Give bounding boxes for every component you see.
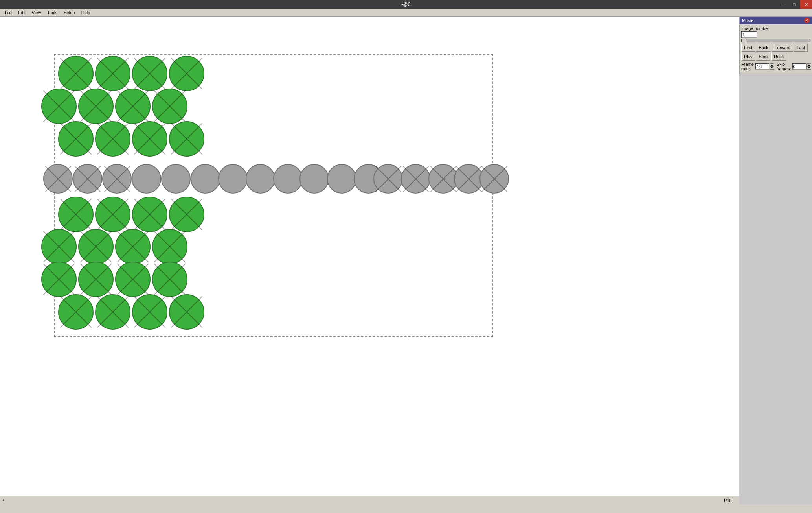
app-title: -@0 bbox=[402, 2, 411, 7]
gray-circle bbox=[299, 164, 329, 194]
gray-circle bbox=[191, 164, 220, 194]
menu-file[interactable]: File bbox=[2, 9, 15, 16]
minimize-button[interactable]: — bbox=[777, 0, 788, 9]
play-button[interactable]: Play bbox=[741, 53, 755, 61]
gray-circle bbox=[273, 164, 303, 194]
gray-circle bbox=[43, 164, 73, 194]
menu-tools[interactable]: Tools bbox=[44, 9, 61, 16]
green-circle bbox=[132, 294, 167, 330]
gray-circle bbox=[327, 164, 356, 194]
green-circle bbox=[152, 229, 187, 264]
status-bar: ⌖ bbox=[0, 496, 739, 504]
green-circle bbox=[41, 229, 77, 264]
green-circle bbox=[95, 121, 130, 157]
frame-counter: 1/38 bbox=[716, 496, 739, 504]
image-number-input[interactable] bbox=[741, 31, 757, 38]
green-circle bbox=[132, 197, 167, 232]
green-circle bbox=[95, 197, 130, 232]
title-bar: -@0 — □ ✕ bbox=[0, 0, 812, 9]
window-controls: — □ ✕ bbox=[777, 0, 812, 9]
gray-circle bbox=[246, 164, 275, 194]
gray-circle bbox=[373, 164, 403, 194]
nav-buttons-row: First Back Forward Last bbox=[741, 44, 810, 52]
menu-bar: File Edit View Tools Setup Help bbox=[0, 9, 812, 17]
playback-buttons-row: Play Stop Rock bbox=[741, 53, 810, 61]
forward-button[interactable]: Forward bbox=[772, 44, 793, 52]
back-button[interactable]: Back bbox=[756, 44, 771, 52]
gray-circle bbox=[401, 164, 430, 194]
gray-circle bbox=[132, 164, 161, 194]
movie-panel-label: Movie bbox=[742, 18, 753, 23]
gray-circle bbox=[428, 164, 458, 194]
green-circle bbox=[58, 294, 94, 330]
green-circle bbox=[41, 262, 77, 297]
green-circle bbox=[152, 89, 187, 124]
green-circle bbox=[132, 121, 167, 157]
image-number-row bbox=[741, 31, 810, 38]
main-area: ⌖ 1/38 Movie ✕ Image number: First Back … bbox=[0, 17, 812, 504]
first-button[interactable]: First bbox=[741, 44, 755, 52]
green-circle bbox=[58, 197, 94, 232]
movie-panel: Movie ✕ Image number: First Back Forward… bbox=[739, 17, 812, 74]
green-circle bbox=[115, 89, 151, 124]
green-circle bbox=[78, 229, 114, 264]
frame-rate-input[interactable] bbox=[755, 63, 769, 70]
gray-circle bbox=[73, 164, 102, 194]
menu-help[interactable]: Help bbox=[78, 9, 94, 16]
green-circle bbox=[58, 121, 94, 157]
frame-rate-row: Frame rate: ▲ ▼ Skip frames: ▲ ▼ bbox=[741, 62, 810, 71]
skip-frames-input[interactable] bbox=[792, 63, 806, 70]
gray-circle bbox=[218, 164, 248, 194]
green-circle bbox=[115, 229, 151, 264]
skip-frames-label: Skip frames: bbox=[777, 62, 791, 71]
image-number-label: Image number: bbox=[741, 26, 810, 31]
green-circle bbox=[169, 56, 204, 91]
frame-rate-label: Frame rate: bbox=[741, 62, 754, 71]
canvas-area bbox=[0, 17, 739, 496]
green-circle bbox=[95, 294, 130, 330]
movie-panel-title: Movie ✕ bbox=[740, 17, 812, 24]
green-circle bbox=[169, 294, 204, 330]
maximize-button[interactable]: □ bbox=[788, 0, 800, 9]
menu-edit[interactable]: Edit bbox=[15, 9, 29, 16]
gray-circle bbox=[454, 164, 483, 194]
movie-panel-content: Image number: First Back Forward Last Pl… bbox=[740, 24, 812, 74]
gray-circle bbox=[161, 164, 191, 194]
frame-info: 1/38 bbox=[723, 498, 731, 503]
green-circle bbox=[58, 56, 94, 91]
green-circle bbox=[95, 56, 130, 91]
green-circle bbox=[41, 89, 77, 124]
image-slider[interactable] bbox=[741, 39, 810, 42]
menu-view[interactable]: View bbox=[29, 9, 44, 16]
menu-setup[interactable]: Setup bbox=[61, 9, 78, 16]
gray-circle bbox=[479, 164, 509, 194]
movie-panel-close-button[interactable]: ✕ bbox=[804, 18, 810, 23]
green-circle bbox=[152, 262, 187, 297]
gray-circle bbox=[102, 164, 132, 194]
green-circle bbox=[169, 121, 204, 157]
skip-frames-down-button[interactable]: ▼ bbox=[806, 66, 811, 70]
slider-thumb bbox=[742, 39, 746, 43]
close-button[interactable]: ✕ bbox=[800, 0, 812, 9]
green-circle bbox=[78, 89, 114, 124]
stop-button[interactable]: Stop bbox=[756, 53, 770, 61]
frame-rate-down-button[interactable]: ▼ bbox=[770, 66, 774, 70]
green-circle bbox=[115, 262, 151, 297]
green-circle bbox=[78, 262, 114, 297]
rock-button[interactable]: Rock bbox=[771, 53, 786, 61]
last-button[interactable]: Last bbox=[794, 44, 808, 52]
coordinate-icon: ⌖ bbox=[2, 498, 5, 503]
green-circle bbox=[132, 56, 167, 91]
green-circle bbox=[169, 197, 204, 232]
